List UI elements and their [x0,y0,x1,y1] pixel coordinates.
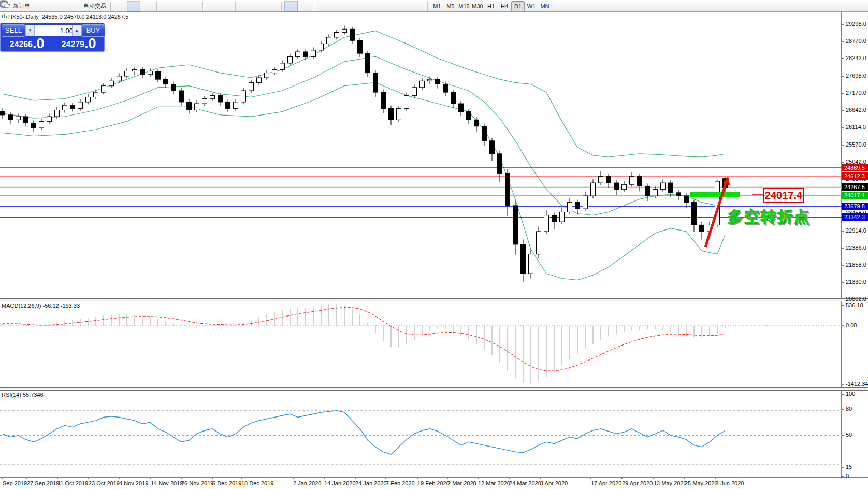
date-axis-label: 25 May 2020 [685,480,718,486]
date-axis-label: 23 Oct 2019 [89,480,120,486]
price-axis-tick: 22386.0 [846,244,866,251]
price-axis-tick: 50 [846,432,852,438]
price-axis-tick: 29298.0 [846,21,866,27]
date-axis-label: Sep 2019 [3,480,27,486]
date-axis-label: 24 Mar 2020 [509,480,541,486]
date-axis-label: 3 Apr 2020 [540,480,568,486]
sell-price-button[interactable]: 24266 .0 [2,36,52,51]
buy-price-main: 24279 [61,38,84,51]
application-window: 新订单 自动交易 [0,0,868,489]
price-axis-tick: 15 [846,464,852,470]
date-axis-label: 27 Sep 2019 [27,480,59,486]
macd-indicator-label: MACD(12,26,9) -56.12 -193.33 [2,303,80,309]
price-axis-tick: 21858.0 [846,262,866,268]
volume-increase-button[interactable]: ▲ [72,25,81,36]
date-axis-label: 6 Dec 2019 [212,480,241,486]
price-level-badge: 23342.3 [842,213,868,221]
price-axis-tick: 26642.0 [846,107,866,113]
price-axis-tick: 21330.0 [846,279,866,285]
date-axis-label: 2 Jan 2020 [293,480,321,486]
symbol-ohlc-readout: HK50-,Daily 24535.0 24570.0 24113.0 2426… [8,13,128,20]
price-axis-tick: 27698.0 [846,73,866,79]
date-axis-label: 4 Nov 2019 [119,480,148,486]
date-axis-label: 13 May 2020 [654,480,687,486]
price-axis-tick: 22914.0 [846,227,866,234]
volume-decrease-button[interactable]: ▼ [25,25,35,36]
sell-price-main: 24266 [9,38,33,51]
date-axis-label: 29 Apr 2020 [622,480,653,486]
buy-price-decimal: .0 [84,36,96,51]
price-axis-tick: 20802.0 [846,296,866,302]
price-level-badge: 24017.4 [842,192,868,199]
pane-splitter-macd[interactable] [0,298,868,301]
rsi-indicator-label: RSI(14) 55.7346 [2,392,44,398]
date-axis-label: 7 Feb 2020 [386,480,415,486]
buy-price-button[interactable]: 24279 .0 [53,36,104,51]
date-axis-label: 14 Nov 2019 [151,480,183,486]
price-axis-tick: 28770.0 [846,38,866,44]
price-level-badge: 24869.5 [842,164,868,171]
price-callout-box[interactable]: 24017.4 [763,188,804,203]
sell-button[interactable]: SELL [2,24,25,37]
date-axis-label: 14 Jan 2020 [324,480,356,486]
price-axis-tick: 0.00 [846,322,857,328]
pane-splitter-rsi[interactable] [0,387,868,391]
price-level-badge: 23679.8 [842,203,868,210]
one-click-trading-panel: SELL ▼ ▲ BUY 24266 .0 24279 .0 [0,23,105,52]
date-axis-label: 17 Apr 2020 [591,480,621,486]
buy-button[interactable]: BUY [81,24,105,37]
price-axis-tick: -1412.34 [846,381,868,387]
date-axis-label: 26 Nov 2019 [181,480,213,486]
volume-input[interactable] [34,25,76,36]
date-axis-label: 11 Oct 2019 [57,480,88,486]
sell-price-decimal: .0 [33,36,45,51]
date-axis-label: 18 Dec 2019 [241,480,273,486]
date-axis-label: 12 Mar 2020 [478,480,510,486]
date-axis-label: 4 Jun 2020 [716,480,744,486]
price-level-badge: 24267.5 [842,183,868,191]
date-axis-label: 19 Feb 2020 [417,480,450,486]
price-axis-tick: 26114.0 [846,124,866,130]
price-axis-tick: 0 [846,473,849,479]
price-axis-tick: 536.18 [846,302,863,308]
chart-canvas[interactable] [0,0,868,489]
price-axis-tick: 28242.0 [846,55,866,61]
price-axis-tick: 80 [846,406,852,412]
chinese-annotation-text[interactable]: 多空转折点 [727,206,810,227]
price-axis-tick: 25570.0 [846,141,866,148]
price-axis-tick: 100 [846,391,855,397]
date-axis-label: 2 Mar 2020 [447,480,476,486]
price-axis-tick: 27170.0 [846,90,866,96]
date-axis-label: 24 Jan 2020 [355,480,387,486]
price-level-badge: 24612.3 [842,172,868,180]
